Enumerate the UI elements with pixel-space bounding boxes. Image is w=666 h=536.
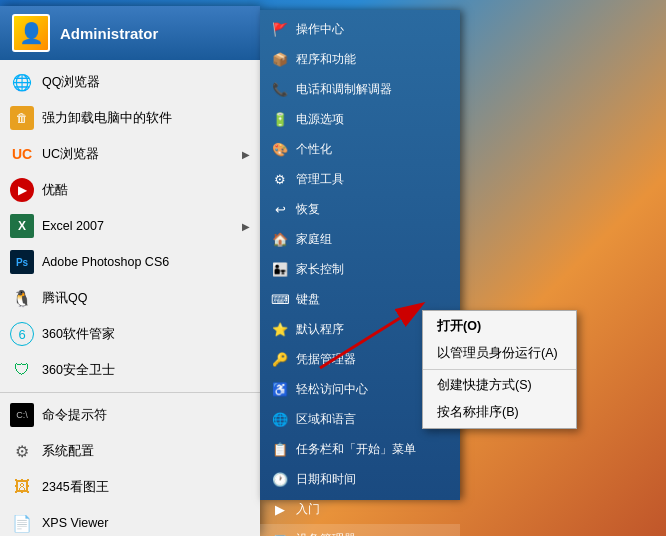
cp-programs[interactable]: 📦 程序和功能 <box>260 44 460 74</box>
syscfg-label: 系统配置 <box>42 443 94 460</box>
username: Administrator <box>60 25 158 42</box>
uninstall-label: 强力卸载电脑中的软件 <box>42 110 172 127</box>
parental-icon: 👨‍👧 <box>270 259 290 279</box>
restore-icon: ↩ <box>270 199 290 219</box>
context-rename-label: 按名称排序(B) <box>437 405 519 419</box>
sidebar-item-2345[interactable]: 🖼 2345看图王 <box>0 469 260 505</box>
cp-admin-tools[interactable]: ⚙ 管理工具 <box>260 164 460 194</box>
cp-taskbar-start[interactable]: 📋 任务栏和「开始」菜单 <box>260 434 460 464</box>
power-label: 电源选项 <box>296 111 344 128</box>
cp-action-center[interactable]: 🚩 操作中心 <box>260 14 460 44</box>
power-icon: 🔋 <box>270 109 290 129</box>
restore-label: 恢复 <box>296 201 320 218</box>
admin-tools-label: 管理工具 <box>296 171 344 188</box>
credential-mgr-icon: 🔑 <box>270 349 290 369</box>
2345-icon: 🖼 <box>10 475 34 499</box>
sidebar-item-uninstall[interactable]: 🗑 强力卸载电脑中的软件 <box>0 100 260 136</box>
context-separator <box>423 369 576 370</box>
ps-label: Adobe Photoshop CS6 <box>42 255 169 269</box>
start-menu-body: 🌐 QQ浏览器 🗑 强力卸载电脑中的软件 UC UC浏览器 ▶ ▶ 优酷 X E… <box>0 60 260 536</box>
homegroup-icon: 🏠 <box>270 229 290 249</box>
360safe-label: 360安全卫士 <box>42 362 115 379</box>
ease-access-label: 轻松访问中心 <box>296 381 368 398</box>
admin-tools-icon: ⚙ <box>270 169 290 189</box>
uc-label: UC浏览器 <box>42 146 99 163</box>
parental-label: 家长控制 <box>296 261 344 278</box>
cmd-label: 命令提示符 <box>42 407 107 424</box>
cp-parental[interactable]: 👨‍👧 家长控制 <box>260 254 460 284</box>
keyboard-label: 键盘 <box>296 291 320 308</box>
excel-label: Excel 2007 <box>42 219 104 233</box>
sidebar-item-cmd[interactable]: C:\ 命令提示符 <box>0 397 260 433</box>
personalize-icon: 🎨 <box>270 139 290 159</box>
uninstall-icon: 🗑 <box>10 106 34 130</box>
sidebar-item-youku[interactable]: ▶ 优酷 <box>0 172 260 208</box>
context-open[interactable]: 打开(O) <box>423 313 576 340</box>
keyboard-icon: ⌨ <box>270 289 290 309</box>
default-programs-label: 默认程序 <box>296 321 344 338</box>
taskbar-start-label: 任务栏和「开始」菜单 <box>296 441 416 458</box>
datetime-label: 日期和时间 <box>296 471 356 488</box>
context-create-shortcut[interactable]: 创建快捷方式(S) <box>423 372 576 399</box>
cp-intro[interactable]: ▶ 入门 <box>260 494 460 524</box>
cp-personalize[interactable]: 🎨 个性化 <box>260 134 460 164</box>
default-programs-icon: ⭐ <box>270 319 290 339</box>
programs-label: 程序和功能 <box>296 51 356 68</box>
cp-restore[interactable]: ↩ 恢复 <box>260 194 460 224</box>
ease-access-icon: ♿ <box>270 379 290 399</box>
360mgr-label: 360软件管家 <box>42 326 115 343</box>
xps-label: XPS Viewer <box>42 516 108 530</box>
context-create-shortcut-label: 创建快捷方式(S) <box>437 378 532 392</box>
user-avatar: 👤 <box>12 14 50 52</box>
personalize-label: 个性化 <box>296 141 332 158</box>
separator1 <box>0 392 260 393</box>
phone-modem-icon: 📞 <box>270 79 290 99</box>
sidebar-item-xps[interactable]: 📄 XPS Viewer <box>0 505 260 536</box>
device-mgr-icon: 💻 <box>270 529 290 536</box>
sidebar-item-photoshop[interactable]: Ps Adobe Photoshop CS6 <box>0 244 260 280</box>
cp-homegroup[interactable]: 🏠 家庭组 <box>260 224 460 254</box>
context-open-label: 打开(O) <box>437 319 481 333</box>
start-menu-header: 👤 Administrator <box>0 6 260 60</box>
cp-datetime[interactable]: 🕐 日期和时间 <box>260 464 460 494</box>
intro-label: 入门 <box>296 501 320 518</box>
sidebar-item-excel[interactable]: X Excel 2007 ▶ <box>0 208 260 244</box>
context-run-as-admin-label: 以管理员身份运行(A) <box>437 346 558 360</box>
device-mgr-label: 设备管理器 <box>296 531 356 537</box>
youku-icon: ▶ <box>10 178 34 202</box>
phone-modem-label: 电话和调制解调器 <box>296 81 392 98</box>
context-run-as-admin[interactable]: 以管理员身份运行(A) <box>423 340 576 367</box>
360mgr-icon: 6 <box>10 322 34 346</box>
xps-icon: 📄 <box>10 511 34 535</box>
cp-power[interactable]: 🔋 电源选项 <box>260 104 460 134</box>
tencent-qq-icon: 🐧 <box>10 286 34 310</box>
homegroup-label: 家庭组 <box>296 231 332 248</box>
start-menu: 👤 Administrator 🌐 QQ浏览器 🗑 强力卸载电脑中的软件 UC … <box>0 6 260 536</box>
programs-icon: 📦 <box>270 49 290 69</box>
context-menu: 打开(O) 以管理员身份运行(A) 创建快捷方式(S) 按名称排序(B) <box>422 310 577 429</box>
2345-label: 2345看图王 <box>42 479 109 496</box>
taskbar-start-icon: 📋 <box>270 439 290 459</box>
intro-icon: ▶ <box>270 499 290 519</box>
uc-icon: UC <box>10 142 34 166</box>
cmd-icon: C:\ <box>10 403 34 427</box>
ps-icon: Ps <box>10 250 34 274</box>
sidebar-item-qq-browser[interactable]: 🌐 QQ浏览器 <box>0 64 260 100</box>
excel-icon: X <box>10 214 34 238</box>
qq-browser-label: QQ浏览器 <box>42 74 100 91</box>
sidebar-item-tencent-qq[interactable]: 🐧 腾讯QQ <box>0 280 260 316</box>
sidebar-item-360safe[interactable]: 🛡 360安全卫士 <box>0 352 260 388</box>
credential-mgr-label: 凭据管理器 <box>296 351 356 368</box>
sidebar-item-uc-browser[interactable]: UC UC浏览器 ▶ <box>0 136 260 172</box>
action-center-icon: 🚩 <box>270 19 290 39</box>
sidebar-item-syscfg[interactable]: ⚙ 系统配置 <box>0 433 260 469</box>
context-rename[interactable]: 按名称排序(B) <box>423 399 576 426</box>
360safe-icon: 🛡 <box>10 358 34 382</box>
sidebar-item-360mgr[interactable]: 6 360软件管家 <box>0 316 260 352</box>
cp-phone-modem[interactable]: 📞 电话和调制解调器 <box>260 74 460 104</box>
cp-device-mgr[interactable]: 💻 设备管理器 <box>260 524 460 536</box>
youku-label: 优酷 <box>42 182 68 199</box>
region-lang-icon: 🌐 <box>270 409 290 429</box>
start-menu-apps: 🌐 QQ浏览器 🗑 强力卸载电脑中的软件 UC UC浏览器 ▶ ▶ 优酷 X E… <box>0 60 260 536</box>
syscfg-icon: ⚙ <box>10 439 34 463</box>
